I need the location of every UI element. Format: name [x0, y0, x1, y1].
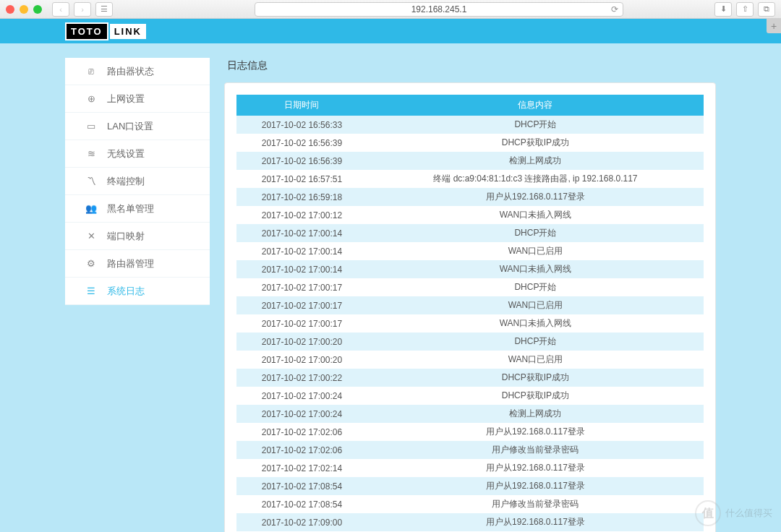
table-row: 2017-10-02 17:08:54用户从192.168.0.117登录 [236, 477, 704, 495]
main-content: 日志信息 日期时间 信息内容 2017-10-02 16:56:33DHCP开始… [224, 58, 716, 532]
cell-content: 检测上网成功 [367, 152, 704, 170]
cell-content: 用户从192.168.0.117登录 [367, 513, 704, 531]
table-row: 2017-10-02 16:57:51终端 dc:a9:04:81:1d:c3 … [236, 170, 704, 188]
table-row: 2017-10-02 17:02:06用户从192.168.0.117登录 [236, 423, 704, 441]
table-row: 2017-10-02 17:02:14用户从192.168.0.117登录 [236, 459, 704, 477]
page-title: 日志信息 [227, 59, 716, 72]
sidebar: ⎚路由器状态⊕上网设置▭LAN口设置≋无线设置〽终端控制👥黑名单管理✕端口映射⚙… [65, 58, 210, 532]
table-row: 2017-10-02 16:56:33DHCP开始 [236, 116, 704, 134]
table-row: 2017-10-02 17:02:06用户修改当前登录密码 [236, 441, 704, 459]
app-header: TOTO LINK [0, 19, 781, 43]
sidebar-item-label: 路由器管理 [107, 257, 154, 270]
sidebar-item-8[interactable]: ☰系统日志 [65, 278, 210, 305]
table-row: 2017-10-02 17:00:14DHCP开始 [236, 224, 704, 242]
sidebar-toggle-button[interactable]: ☰ [95, 2, 113, 17]
cell-datetime: 2017-10-02 17:00:20 [236, 351, 367, 369]
table-row: 2017-10-02 17:00:24检测上网成功 [236, 405, 704, 423]
log-card: 日期时间 信息内容 2017-10-02 16:56:33DHCP开始2017-… [224, 82, 716, 532]
cell-content: WAN口未插入网线 [367, 206, 704, 224]
new-tab-button[interactable]: + [767, 19, 781, 33]
table-row: 2017-10-02 16:56:39DHCP获取IP成功 [236, 134, 704, 152]
cell-content: 用户从192.168.0.117登录 [367, 477, 704, 495]
table-row: 2017-10-02 17:00:20DHCP开始 [236, 332, 704, 351]
url-text: 192.168.245.1 [411, 4, 467, 14]
table-row: 2017-10-02 16:56:39检测上网成功 [236, 152, 704, 170]
cell-datetime: 2017-10-02 17:02:14 [236, 459, 367, 477]
minimize-icon[interactable] [20, 5, 28, 14]
share-button[interactable]: ⇧ [736, 2, 754, 17]
syslog-icon: ☰ [85, 286, 97, 296]
close-icon[interactable] [6, 5, 14, 14]
cell-content: WAN口未插入网线 [367, 314, 704, 332]
cell-datetime: 2017-10-02 17:00:14 [236, 260, 367, 278]
downloads-button[interactable]: ⬇ [714, 2, 732, 17]
forward-button[interactable]: › [74, 2, 91, 17]
cell-content: DHCP开始 [367, 278, 704, 296]
sidebar-item-label: 路由器状态 [107, 65, 154, 78]
col-datetime: 日期时间 [236, 95, 367, 116]
maximize-icon[interactable] [33, 5, 42, 14]
cell-content: DHCP开始 [367, 116, 704, 134]
sidebar-item-0[interactable]: ⎚路由器状态 [65, 58, 210, 85]
table-row: 2017-10-02 17:09:00用户从192.168.0.117登录 [236, 513, 704, 531]
sidebar-item-7[interactable]: ⚙路由器管理 [65, 250, 210, 278]
reload-icon[interactable]: ⟳ [611, 4, 618, 14]
sidebar-item-1[interactable]: ⊕上网设置 [65, 85, 210, 113]
window-controls [6, 5, 42, 14]
sidebar-item-label: 黑名单管理 [107, 202, 154, 215]
sidebar-item-2[interactable]: ▭LAN口设置 [65, 113, 210, 140]
cell-datetime: 2017-10-02 16:56:39 [236, 152, 367, 170]
sidebar-item-5[interactable]: 👥黑名单管理 [65, 195, 210, 223]
cell-datetime: 2017-10-02 17:09:00 [236, 513, 367, 531]
watermark-text: 什么值得买 [725, 507, 772, 520]
page-body: ⎚路由器状态⊕上网设置▭LAN口设置≋无线设置〽终端控制👥黑名单管理✕端口映射⚙… [0, 43, 781, 532]
wifi-icon: ≋ [85, 148, 97, 159]
cell-content: DHCP开始 [367, 332, 704, 351]
cell-content: 用户修改当前登录密码 [367, 495, 704, 513]
cell-datetime: 2017-10-02 17:08:54 [236, 477, 367, 495]
settings-icon: ⚙ [85, 258, 97, 269]
cell-datetime: 2017-10-02 17:00:20 [236, 332, 367, 351]
sidebar-item-6[interactable]: ✕端口映射 [65, 223, 210, 250]
globe-icon: ⊕ [85, 93, 97, 104]
watermark: 值 什么值得买 [695, 500, 772, 526]
sidebar-item-label: 上网设置 [107, 93, 145, 106]
table-row: 2017-10-02 16:59:18用户从192.168.0.117登录 [236, 188, 704, 206]
sidebar-item-label: 端口映射 [107, 230, 145, 243]
cell-content: WAN口已启用 [367, 351, 704, 369]
cell-datetime: 2017-10-02 17:00:12 [236, 206, 367, 224]
table-row: 2017-10-02 17:08:54用户修改当前登录密码 [236, 495, 704, 513]
terminal-icon: 〽 [85, 176, 97, 186]
cell-content: DHCP获取IP成功 [367, 387, 704, 405]
portmap-icon: ✕ [85, 231, 97, 241]
cell-content: DHCP获取IP成功 [367, 134, 704, 152]
cell-datetime: 2017-10-02 17:00:14 [236, 224, 367, 242]
table-row: 2017-10-02 17:00:14WAN口未插入网线 [236, 260, 704, 278]
sidebar-item-label: 系统日志 [107, 285, 145, 298]
watermark-badge: 值 [695, 500, 721, 526]
sidebar-item-label: LAN口设置 [107, 120, 153, 133]
cell-content: 用户从192.168.0.117登录 [367, 459, 704, 477]
cell-datetime: 2017-10-02 17:00:17 [236, 314, 367, 332]
cell-content: WAN口已启用 [367, 296, 704, 314]
tabs-button[interactable]: ⧉ [758, 2, 775, 17]
cell-datetime: 2017-10-02 17:02:06 [236, 423, 367, 441]
sidebar-item-3[interactable]: ≋无线设置 [65, 140, 210, 168]
table-row: 2017-10-02 17:00:12WAN口未插入网线 [236, 206, 704, 224]
cell-datetime: 2017-10-02 16:56:39 [236, 134, 367, 152]
cell-datetime: 2017-10-02 17:00:22 [236, 369, 367, 387]
cell-datetime: 2017-10-02 16:56:33 [236, 116, 367, 134]
sidebar-item-4[interactable]: 〽终端控制 [65, 168, 210, 195]
url-bar[interactable]: 192.168.245.1 ⟳ [255, 2, 623, 17]
table-row: 2017-10-02 17:00:17WAN口未插入网线 [236, 314, 704, 332]
cell-content: 用户从192.168.0.117登录 [367, 423, 704, 441]
cell-content: 检测上网成功 [367, 405, 704, 423]
lan-icon: ▭ [85, 121, 97, 132]
cell-content: 终端 dc:a9:04:81:1d:c3 连接路由器, ip 192.168.0… [367, 170, 704, 188]
cell-datetime: 2017-10-02 17:00:14 [236, 242, 367, 260]
table-row: 2017-10-02 17:00:17DHCP开始 [236, 278, 704, 296]
table-row: 2017-10-02 17:00:17WAN口已启用 [236, 296, 704, 314]
back-button[interactable]: ‹ [52, 2, 69, 17]
table-row: 2017-10-02 17:00:24DHCP获取IP成功 [236, 387, 704, 405]
sidebar-item-label: 终端控制 [107, 175, 145, 188]
